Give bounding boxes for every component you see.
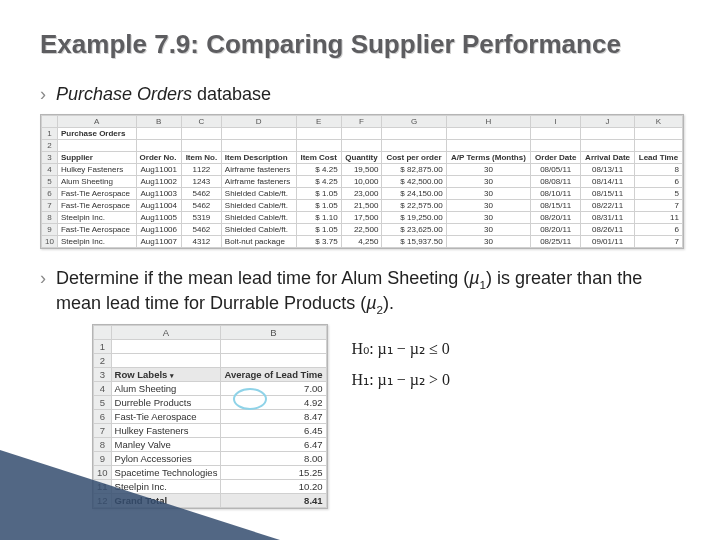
bullet-1: › Purchase Orders database [40,83,684,106]
purchase-orders-table: ABCDEFGHIJK1Purchase Orders23SupplierOrd… [40,114,684,249]
alt-hypothesis: H₁: µ₁ − µ₂ > 0 [352,365,450,395]
slide-title: Example 7.9: Comparing Supplier Performa… [40,28,684,61]
hypotheses-block: H₀: µ₁ − µ₂ ≤ 0 H₁: µ₁ − µ₂ > 0 [352,334,450,395]
bullet-arrow-icon: › [40,267,46,317]
bullet-2-text: Determine if the mean lead time for Alum… [56,267,684,317]
bullet-arrow-icon: › [40,83,46,106]
decorative-triangle [0,450,280,540]
bullet-1-text: Purchase Orders database [56,83,684,106]
bullet-2: › Determine if the mean lead time for Al… [40,267,684,317]
null-hypothesis: H₀: µ₁ − µ₂ ≤ 0 [352,334,450,364]
